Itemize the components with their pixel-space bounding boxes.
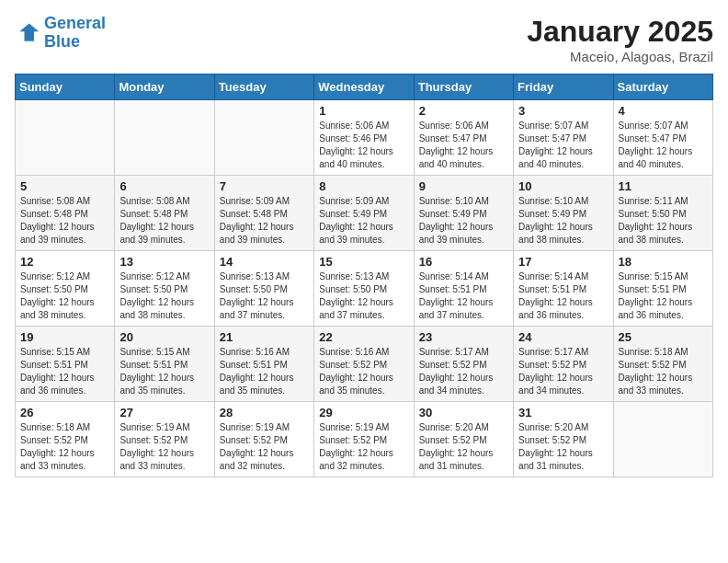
day-number: 23	[419, 330, 508, 344]
calendar-cell	[613, 402, 712, 477]
day-number: 8	[319, 179, 408, 193]
day-info: Sunrise: 5:12 AM Sunset: 5:50 PM Dayligh…	[119, 270, 209, 322]
day-info: Sunrise: 5:14 AM Sunset: 5:51 PM Dayligh…	[419, 270, 508, 322]
day-info: Sunrise: 5:09 AM Sunset: 5:48 PM Dayligh…	[220, 195, 309, 247]
calendar-cell: 15Sunrise: 5:13 AM Sunset: 5:50 PM Dayli…	[314, 251, 414, 327]
calendar-cell: 27Sunrise: 5:19 AM Sunset: 5:52 PM Dayli…	[115, 402, 214, 477]
weekday-header: Tuesday	[214, 75, 313, 100]
day-number: 22	[319, 330, 408, 344]
day-info: Sunrise: 5:08 AM Sunset: 5:48 PM Dayligh…	[119, 195, 209, 247]
day-info: Sunrise: 5:17 AM Sunset: 5:52 PM Dayligh…	[419, 346, 508, 397]
day-info: Sunrise: 5:06 AM Sunset: 5:46 PM Dayligh…	[319, 120, 408, 171]
day-info: Sunrise: 5:07 AM Sunset: 5:47 PM Dayligh…	[619, 120, 708, 171]
svg-marker-0	[19, 23, 39, 40]
day-info: Sunrise: 5:19 AM Sunset: 5:52 PM Dayligh…	[319, 421, 408, 473]
calendar-cell: 17Sunrise: 5:14 AM Sunset: 5:51 PM Dayli…	[514, 251, 613, 327]
day-info: Sunrise: 5:15 AM Sunset: 5:51 PM Dayligh…	[119, 346, 209, 397]
calendar-cell	[115, 100, 214, 176]
day-info: Sunrise: 5:14 AM Sunset: 5:51 PM Dayligh…	[518, 270, 608, 322]
calendar-cell: 20Sunrise: 5:15 AM Sunset: 5:51 PM Dayli…	[115, 327, 214, 402]
calendar-cell: 2Sunrise: 5:06 AM Sunset: 5:47 PM Daylig…	[414, 100, 513, 176]
day-number: 14	[220, 255, 309, 269]
logo-icon	[15, 20, 40, 46]
day-info: Sunrise: 5:10 AM Sunset: 5:49 PM Dayligh…	[419, 195, 508, 247]
day-number: 9	[419, 179, 508, 193]
day-info: Sunrise: 5:13 AM Sunset: 5:50 PM Dayligh…	[319, 270, 408, 322]
day-info: Sunrise: 5:20 AM Sunset: 5:52 PM Dayligh…	[419, 421, 508, 473]
calendar-week-row: 1Sunrise: 5:06 AM Sunset: 5:46 PM Daylig…	[16, 100, 713, 176]
day-number: 16	[419, 255, 508, 269]
day-number: 15	[319, 255, 408, 269]
title-block: January 2025 Maceio, Alagoas, Brazil	[527, 15, 713, 64]
calendar-cell: 31Sunrise: 5:20 AM Sunset: 5:52 PM Dayli…	[514, 402, 613, 477]
day-info: Sunrise: 5:15 AM Sunset: 5:51 PM Dayligh…	[619, 270, 708, 322]
day-number: 1	[319, 104, 408, 118]
calendar-week-row: 5Sunrise: 5:08 AM Sunset: 5:48 PM Daylig…	[16, 176, 713, 251]
logo-line2: Blue	[44, 32, 80, 51]
day-number: 27	[119, 406, 209, 419]
calendar-cell: 7Sunrise: 5:09 AM Sunset: 5:48 PM Daylig…	[214, 176, 313, 251]
day-number: 7	[220, 179, 309, 193]
day-info: Sunrise: 5:10 AM Sunset: 5:49 PM Dayligh…	[518, 195, 608, 247]
calendar-cell: 14Sunrise: 5:13 AM Sunset: 5:50 PM Dayli…	[214, 251, 313, 327]
day-info: Sunrise: 5:15 AM Sunset: 5:51 PM Dayligh…	[20, 346, 109, 397]
calendar-cell	[16, 100, 115, 176]
logo-text: General Blue	[44, 15, 106, 52]
calendar-cell: 28Sunrise: 5:19 AM Sunset: 5:52 PM Dayli…	[214, 402, 313, 477]
day-info: Sunrise: 5:11 AM Sunset: 5:50 PM Dayligh…	[619, 195, 708, 247]
day-number: 19	[20, 330, 109, 344]
day-info: Sunrise: 5:18 AM Sunset: 5:52 PM Dayligh…	[619, 346, 708, 397]
calendar-cell: 4Sunrise: 5:07 AM Sunset: 5:47 PM Daylig…	[613, 100, 712, 176]
weekday-header: Wednesday	[314, 75, 414, 100]
calendar-cell: 25Sunrise: 5:18 AM Sunset: 5:52 PM Dayli…	[613, 327, 712, 402]
day-info: Sunrise: 5:09 AM Sunset: 5:49 PM Dayligh…	[319, 195, 408, 247]
calendar-cell: 8Sunrise: 5:09 AM Sunset: 5:49 PM Daylig…	[314, 176, 414, 251]
day-info: Sunrise: 5:07 AM Sunset: 5:47 PM Dayligh…	[518, 120, 608, 171]
day-number: 4	[619, 104, 708, 118]
day-number: 28	[220, 406, 309, 419]
day-info: Sunrise: 5:17 AM Sunset: 5:52 PM Dayligh…	[518, 346, 608, 397]
day-number: 2	[419, 104, 508, 118]
calendar-week-row: 19Sunrise: 5:15 AM Sunset: 5:51 PM Dayli…	[16, 327, 713, 402]
calendar-cell: 30Sunrise: 5:20 AM Sunset: 5:52 PM Dayli…	[414, 402, 513, 477]
location: Maceio, Alagoas, Brazil	[527, 49, 713, 64]
day-number: 24	[518, 330, 608, 344]
day-number: 20	[119, 330, 209, 344]
calendar-cell: 22Sunrise: 5:16 AM Sunset: 5:52 PM Dayli…	[314, 327, 414, 402]
day-info: Sunrise: 5:16 AM Sunset: 5:51 PM Dayligh…	[220, 346, 309, 397]
calendar-week-row: 26Sunrise: 5:18 AM Sunset: 5:52 PM Dayli…	[16, 402, 713, 477]
day-number: 6	[119, 179, 209, 193]
day-number: 18	[619, 255, 708, 269]
calendar-cell: 21Sunrise: 5:16 AM Sunset: 5:51 PM Dayli…	[214, 327, 313, 402]
weekday-header: Saturday	[613, 75, 712, 100]
calendar-cell: 24Sunrise: 5:17 AM Sunset: 5:52 PM Dayli…	[514, 327, 613, 402]
calendar-week-row: 12Sunrise: 5:12 AM Sunset: 5:50 PM Dayli…	[16, 251, 713, 327]
calendar-cell: 16Sunrise: 5:14 AM Sunset: 5:51 PM Dayli…	[414, 251, 513, 327]
day-info: Sunrise: 5:13 AM Sunset: 5:50 PM Dayligh…	[220, 270, 309, 322]
calendar-cell: 19Sunrise: 5:15 AM Sunset: 5:51 PM Dayli…	[16, 327, 115, 402]
page-header: General Blue January 2025 Maceio, Alagoa…	[15, 15, 713, 64]
day-info: Sunrise: 5:19 AM Sunset: 5:52 PM Dayligh…	[220, 421, 309, 473]
weekday-header: Monday	[115, 75, 214, 100]
day-number: 13	[119, 255, 209, 269]
logo-line1: General	[44, 14, 106, 32]
day-info: Sunrise: 5:08 AM Sunset: 5:48 PM Dayligh…	[20, 195, 109, 247]
day-number: 10	[518, 179, 608, 193]
calendar-cell: 23Sunrise: 5:17 AM Sunset: 5:52 PM Dayli…	[414, 327, 513, 402]
calendar-cell: 26Sunrise: 5:18 AM Sunset: 5:52 PM Dayli…	[16, 402, 115, 477]
calendar-cell: 11Sunrise: 5:11 AM Sunset: 5:50 PM Dayli…	[613, 176, 712, 251]
calendar-cell: 5Sunrise: 5:08 AM Sunset: 5:48 PM Daylig…	[16, 176, 115, 251]
calendar-cell: 10Sunrise: 5:10 AM Sunset: 5:49 PM Dayli…	[514, 176, 613, 251]
day-number: 31	[518, 406, 608, 419]
calendar-cell: 29Sunrise: 5:19 AM Sunset: 5:52 PM Dayli…	[314, 402, 414, 477]
calendar-cell: 13Sunrise: 5:12 AM Sunset: 5:50 PM Dayli…	[115, 251, 214, 327]
day-number: 3	[518, 104, 608, 118]
day-info: Sunrise: 5:06 AM Sunset: 5:47 PM Dayligh…	[419, 120, 508, 171]
day-info: Sunrise: 5:19 AM Sunset: 5:52 PM Dayligh…	[119, 421, 209, 473]
day-number: 30	[419, 406, 508, 419]
day-info: Sunrise: 5:18 AM Sunset: 5:52 PM Dayligh…	[20, 421, 109, 473]
day-number: 25	[619, 330, 708, 344]
day-number: 12	[20, 255, 109, 269]
day-number: 21	[220, 330, 309, 344]
logo: General Blue	[15, 15, 106, 52]
